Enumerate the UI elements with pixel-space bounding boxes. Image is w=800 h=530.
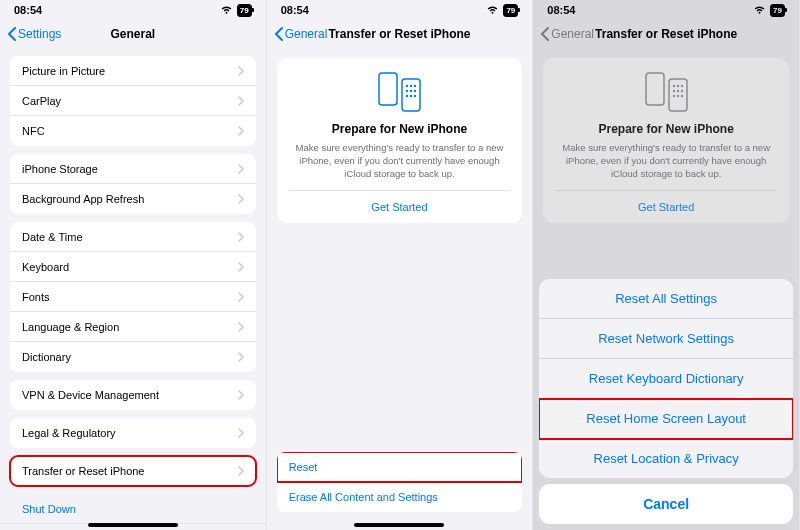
svg-point-21 <box>680 95 682 97</box>
chevron-right-icon <box>238 194 244 204</box>
chevron-right-icon <box>238 66 244 76</box>
chevron-right-icon <box>238 322 244 332</box>
back-label: General <box>285 27 328 41</box>
back-label: Settings <box>18 27 61 41</box>
wifi-icon <box>753 5 766 15</box>
chevron-right-icon <box>238 390 244 400</box>
chevron-right-icon <box>238 232 244 242</box>
group-3: Date & Time Keyboard Fonts Language & Re… <box>10 222 256 372</box>
row-carplay[interactable]: CarPlay <box>10 86 256 116</box>
svg-point-6 <box>410 90 412 92</box>
group-2: iPhone Storage Background App Refresh <box>10 154 256 214</box>
two-phones-icon <box>555 72 777 112</box>
sheet-reset-location-privacy[interactable]: Reset Location & Privacy <box>539 439 793 478</box>
svg-point-14 <box>676 85 678 87</box>
svg-point-16 <box>672 90 674 92</box>
row-reset[interactable]: Reset <box>277 452 523 482</box>
card-heading: Prepare for New iPhone <box>555 122 777 136</box>
svg-point-17 <box>676 90 678 92</box>
row-erase-all[interactable]: Erase All Content and Settings <box>277 482 523 512</box>
row-legal-regulatory[interactable]: Legal & Regulatory <box>10 418 256 448</box>
svg-point-8 <box>406 95 408 97</box>
sheet-reset-keyboard-dictionary[interactable]: Reset Keyboard Dictionary <box>539 359 793 399</box>
sheet-cancel-button[interactable]: Cancel <box>539 484 793 524</box>
row-language-region[interactable]: Language & Region <box>10 312 256 342</box>
row-vpn-device-management[interactable]: VPN & Device Management <box>10 380 256 410</box>
svg-point-10 <box>414 95 416 97</box>
group-4: VPN & Device Management <box>10 380 256 410</box>
row-background-app-refresh[interactable]: Background App Refresh <box>10 184 256 214</box>
chevron-right-icon <box>238 466 244 476</box>
sheet-options: Reset All Settings Reset Network Setting… <box>539 279 793 478</box>
card-heading: Prepare for New iPhone <box>289 122 511 136</box>
row-fonts[interactable]: Fonts <box>10 282 256 312</box>
row-picture-in-picture[interactable]: Picture in Picture <box>10 56 256 86</box>
screen-general: 08:54 79 Settings General Picture in Pic… <box>0 0 267 530</box>
screen-transfer-reset: 08:54 79 General Transfer or Reset iPhon… <box>267 0 534 530</box>
home-indicator[interactable] <box>88 523 178 527</box>
chevron-right-icon <box>238 428 244 438</box>
wifi-icon <box>486 5 499 15</box>
svg-point-18 <box>680 90 682 92</box>
status-time: 08:54 <box>547 4 575 16</box>
group-1: Picture in Picture CarPlay NFC <box>10 56 256 146</box>
svg-rect-0 <box>379 73 397 105</box>
svg-rect-11 <box>646 73 664 105</box>
svg-point-4 <box>414 85 416 87</box>
status-time: 08:54 <box>14 4 42 16</box>
svg-point-3 <box>410 85 412 87</box>
group-6: Transfer or Reset iPhone <box>10 456 256 486</box>
status-time: 08:54 <box>281 4 309 16</box>
row-shut-down[interactable]: Shut Down <box>0 494 266 524</box>
chevron-right-icon <box>238 262 244 272</box>
chevron-right-icon <box>238 126 244 136</box>
status-bar: 08:54 79 <box>267 0 533 20</box>
svg-point-20 <box>676 95 678 97</box>
group-5: Legal & Regulatory <box>10 418 256 448</box>
screen-reset-sheet: 08:54 79 General Transfer or Reset iPhon… <box>533 0 800 530</box>
home-indicator[interactable] <box>354 523 444 527</box>
svg-point-7 <box>414 90 416 92</box>
navbar: General Transfer or Reset iPhone <box>533 20 799 48</box>
prepare-card: Prepare for New iPhone Make sure everyth… <box>277 58 523 223</box>
chevron-right-icon <box>238 352 244 362</box>
back-button[interactable]: General <box>541 27 594 41</box>
status-bar: 08:54 79 <box>533 0 799 20</box>
row-nfc[interactable]: NFC <box>10 116 256 146</box>
row-dictionary[interactable]: Dictionary <box>10 342 256 372</box>
get-started-button[interactable]: Get Started <box>289 190 511 223</box>
svg-point-15 <box>680 85 682 87</box>
svg-point-13 <box>672 85 674 87</box>
sheet-reset-home-screen-layout[interactable]: Reset Home Screen Layout <box>539 399 793 439</box>
sheet-reset-network-settings[interactable]: Reset Network Settings <box>539 319 793 359</box>
wifi-icon <box>220 5 233 15</box>
row-iphone-storage[interactable]: iPhone Storage <box>10 154 256 184</box>
svg-point-2 <box>406 85 408 87</box>
back-label: General <box>551 27 594 41</box>
svg-point-19 <box>672 95 674 97</box>
get-started-button[interactable]: Get Started <box>555 190 777 223</box>
svg-point-9 <box>410 95 412 97</box>
battery-icon: 79 <box>503 4 518 17</box>
svg-point-5 <box>406 90 408 92</box>
row-keyboard[interactable]: Keyboard <box>10 252 256 282</box>
back-button[interactable]: General <box>275 27 328 41</box>
chevron-right-icon <box>238 292 244 302</box>
row-transfer-or-reset[interactable]: Transfer or Reset iPhone <box>10 456 256 486</box>
two-phones-icon <box>289 72 511 112</box>
battery-icon: 79 <box>237 4 252 17</box>
prepare-card: Prepare for New iPhone Make sure everyth… <box>543 58 789 223</box>
card-body: Make sure everything's ready to transfer… <box>555 142 777 180</box>
status-bar: 08:54 79 <box>0 0 266 20</box>
navbar: General Transfer or Reset iPhone <box>267 20 533 48</box>
battery-icon: 79 <box>770 4 785 17</box>
chevron-right-icon <box>238 164 244 174</box>
chevron-right-icon <box>238 96 244 106</box>
sheet-reset-all-settings[interactable]: Reset All Settings <box>539 279 793 319</box>
action-sheet: Reset All Settings Reset Network Setting… <box>539 279 793 524</box>
card-body: Make sure everything's ready to transfer… <box>289 142 511 180</box>
row-date-time[interactable]: Date & Time <box>10 222 256 252</box>
navbar: Settings General <box>0 20 266 48</box>
back-button[interactable]: Settings <box>8 27 61 41</box>
